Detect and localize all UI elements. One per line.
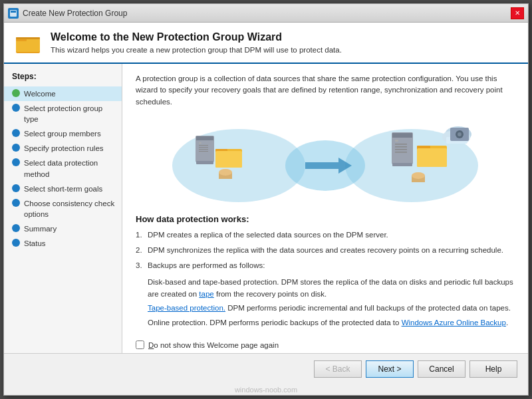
how-step-3: Backups are performed as follows: <box>136 260 515 271</box>
sidebar-label-consistency: Choose consistency check options <box>24 198 116 219</box>
tape-link: tape <box>199 290 213 298</box>
step-indicator-members <box>12 129 20 137</box>
backup-detail-3: Online protection. DPM performs periodic… <box>148 317 515 329</box>
sidebar-label-welcome: Welcome <box>24 88 116 99</box>
back-button[interactable]: < Back <box>314 360 362 378</box>
svg-rect-18 <box>215 151 242 168</box>
sidebar-item-status[interactable]: Status <box>4 236 122 251</box>
header-title: Welcome to the New Protection Group Wiza… <box>51 31 342 43</box>
svg-rect-34 <box>417 148 447 167</box>
step-indicator-welcome <box>12 89 20 97</box>
title-bar: Create New Protection Group ✕ <box>4 4 528 23</box>
header-subtitle: This wizard helps you create a new prote… <box>51 46 342 54</box>
sidebar: Steps: Welcome Select protection group t… <box>4 64 122 353</box>
svg-rect-11 <box>199 145 208 146</box>
how-step-1: DPM creates a replica of the selected da… <box>136 229 515 241</box>
how-works-title: How data protection works: <box>136 214 515 224</box>
checkbox-area: Do not show this Welcome page again <box>136 340 515 349</box>
backup-details: Disk-based and tape-based protection. DP… <box>148 276 515 329</box>
dont-show-text: o not show this Welcome page again <box>154 341 279 349</box>
backup-detail-2: Tape-based protection. DPM performs peri… <box>148 302 515 314</box>
step-indicator-status <box>12 239 20 247</box>
svg-point-21 <box>219 169 232 176</box>
cancel-button[interactable]: Cancel <box>418 360 466 378</box>
sidebar-label-data-protection: Select data protection method <box>24 158 116 179</box>
next-label: Next > <box>378 364 401 374</box>
sidebar-label-rules: Specify protection rules <box>24 143 116 154</box>
step-indicator-rules <box>12 144 20 152</box>
azure-link[interactable]: Windows Azure Online Backup <box>402 319 506 327</box>
next-button[interactable]: Next > <box>366 360 414 378</box>
svg-rect-9 <box>196 136 213 140</box>
step-indicator-summary <box>12 224 20 232</box>
how-step-1-text: DPM creates a replica of the selected da… <box>148 229 515 241</box>
sidebar-item-consistency[interactable]: Choose consistency check options <box>4 196 122 221</box>
step-indicator-data-protection <box>12 158 20 166</box>
step-indicator-type <box>12 104 20 112</box>
sidebar-label-type: Select protection group type <box>24 103 116 124</box>
app-icon <box>8 8 19 19</box>
sidebar-label-summary: Summary <box>24 223 116 234</box>
title-bar-left: Create New Protection Group <box>8 8 127 19</box>
help-label: Help <box>485 364 502 374</box>
svg-point-44 <box>412 172 425 179</box>
sidebar-item-data-protection[interactable]: Select data protection method <box>4 156 122 181</box>
svg-rect-27 <box>395 144 407 145</box>
dont-show-label[interactable]: Do not show this Welcome page again <box>148 341 279 349</box>
how-step-2-text: DPM synchronizes the replica with the da… <box>148 245 515 256</box>
svg-rect-5 <box>16 37 40 39</box>
sidebar-item-welcome[interactable]: Welcome <box>4 86 122 101</box>
back-label: < Back <box>325 364 350 374</box>
content-area: A protection group is a collection of da… <box>122 64 528 353</box>
svg-rect-30 <box>395 152 407 153</box>
intro-text: A protection group is a collection of da… <box>136 73 515 108</box>
sidebar-item-summary[interactable]: Summary <box>4 221 122 236</box>
diagram-area <box>136 116 515 202</box>
svg-rect-12 <box>199 147 208 148</box>
close-button[interactable]: ✕ <box>511 7 524 19</box>
protection-diagram <box>136 116 515 202</box>
how-step-2: DPM synchronizes the replica with the da… <box>136 245 515 256</box>
sidebar-item-group-members[interactable]: Select group members <box>4 126 122 141</box>
footer: < Back Next > Cancel Help <box>4 353 528 384</box>
sidebar-item-protection-rules[interactable]: Specify protection rules <box>4 141 122 156</box>
svg-rect-28 <box>395 146 407 148</box>
step-indicator-consistency <box>12 199 20 207</box>
svg-rect-10 <box>199 142 201 144</box>
main-window: Create New Protection Group ✕ Welcome to… <box>3 3 529 396</box>
step-indicator-short-term <box>12 184 20 192</box>
main-content: Steps: Welcome Select protection group t… <box>4 64 528 353</box>
tape-based-link: Tape-based protection. <box>148 304 225 312</box>
svg-rect-26 <box>395 140 398 142</box>
window-title: Create New Protection Group <box>23 9 127 18</box>
dont-show-checkbox[interactable] <box>136 340 144 349</box>
svg-rect-15 <box>196 161 213 164</box>
sidebar-label-status: Status <box>24 238 116 249</box>
sidebar-item-protection-group-type[interactable]: Select protection group type <box>4 101 122 126</box>
sidebar-label-members: Select group members <box>24 128 116 139</box>
how-works-list: DPM creates a replica of the selected da… <box>136 229 515 272</box>
svg-rect-25 <box>392 133 412 138</box>
svg-point-41 <box>458 132 462 136</box>
sidebar-label-short-term: Select short-term goals <box>24 184 116 194</box>
watermark: windows-noob.com <box>4 384 528 395</box>
title-bar-buttons: ✕ <box>511 7 524 19</box>
svg-rect-14 <box>199 151 208 152</box>
how-step-3-text: Backups are performed as follows: <box>148 260 515 271</box>
header-area: Welcome to the New Protection Group Wiza… <box>4 23 528 64</box>
svg-rect-29 <box>395 149 407 150</box>
sidebar-item-short-term[interactable]: Select short-term goals <box>4 182 122 196</box>
sidebar-title: Steps: <box>4 72 122 86</box>
svg-rect-31 <box>392 163 412 166</box>
svg-rect-13 <box>199 149 208 150</box>
header-text: Welcome to the New Protection Group Wiza… <box>51 31 342 54</box>
header-icon <box>15 29 41 56</box>
backup-detail-1: Disk-based and tape-based protection. DP… <box>148 276 515 301</box>
help-button[interactable]: Help <box>469 360 517 378</box>
svg-rect-1 <box>11 11 16 13</box>
cancel-label: Cancel <box>429 364 454 374</box>
